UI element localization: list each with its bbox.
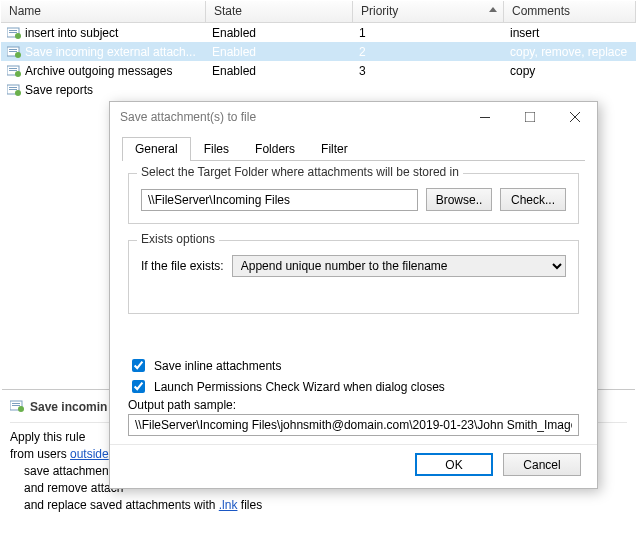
svg-point-11	[15, 71, 21, 77]
cell-comments	[504, 88, 636, 92]
tab-general-body: Select the Target Folder where attachmen…	[110, 161, 597, 444]
cell-priority: 1	[353, 24, 504, 42]
col-priority[interactable]: Priority	[353, 1, 504, 22]
table-row[interactable]: Save reports	[1, 80, 636, 99]
save-inline-checkbox[interactable]	[132, 359, 145, 372]
dialog-tabs: General Files Folders Filter	[122, 136, 585, 161]
browse-button[interactable]: Browse..	[426, 188, 492, 211]
cell-state: Enabled	[206, 43, 353, 61]
dialog-footer: OK Cancel	[110, 444, 597, 488]
cell-state: Enabled	[206, 62, 353, 80]
output-sample-field[interactable]	[128, 414, 579, 436]
rule-icon	[7, 27, 21, 39]
exists-label: If the file exists:	[141, 259, 224, 273]
tab-filter[interactable]: Filter	[308, 137, 361, 161]
target-folder-legend: Select the Target Folder where attachmen…	[137, 165, 463, 179]
cell-name: insert into subject	[1, 24, 206, 42]
svg-point-7	[15, 52, 21, 58]
sort-ascending-icon	[489, 7, 497, 12]
cancel-button[interactable]: Cancel	[503, 453, 581, 476]
maximize-button[interactable]	[507, 102, 552, 132]
cell-name: Save incoming external attach...	[1, 43, 206, 61]
check-button[interactable]: Check...	[500, 188, 566, 211]
minimize-button[interactable]	[462, 102, 507, 132]
table-body: insert into subjectEnabled1insertSave in…	[1, 23, 636, 99]
dialog-titlebar[interactable]: Save attachment(s) to file	[110, 102, 597, 132]
rule-icon	[7, 84, 21, 96]
cell-priority: 3	[353, 62, 504, 80]
tab-general[interactable]: General	[122, 137, 191, 161]
svg-rect-18	[12, 405, 20, 406]
svg-point-19	[18, 406, 24, 412]
svg-rect-9	[9, 68, 17, 69]
rules-table: Name State Priority Comments insert into…	[0, 0, 637, 100]
output-sample-label: Output path sample:	[128, 398, 579, 412]
cell-name: Archive outgoing messages	[1, 62, 206, 80]
exists-select[interactable]: Append unique number to the filename	[232, 255, 566, 277]
ok-button[interactable]: OK	[415, 453, 493, 476]
table-header: Name State Priority Comments	[1, 1, 636, 23]
exists-options-group: Exists options If the file exists: Appen…	[128, 240, 579, 314]
svg-point-15	[15, 90, 21, 96]
svg-rect-5	[9, 49, 17, 50]
svg-rect-20	[480, 117, 490, 118]
cell-comments: copy, remove, replace	[504, 43, 636, 61]
target-folder-group: Select the Target Folder where attachmen…	[128, 173, 579, 224]
launch-wizard-checkbox[interactable]	[132, 380, 145, 393]
col-priority-label: Priority	[361, 4, 398, 18]
cell-comments: copy	[504, 62, 636, 80]
launch-wizard-label: Launch Permissions Check Wizard when dia…	[154, 380, 445, 394]
rule-icon	[10, 400, 24, 412]
cell-priority: 2	[353, 43, 504, 61]
close-button[interactable]	[552, 102, 597, 132]
cell-state	[206, 88, 353, 92]
cell-comments: insert	[504, 24, 636, 42]
save-attachments-dialog: Save attachment(s) to file General Files…	[109, 101, 598, 489]
svg-rect-2	[9, 32, 17, 33]
svg-point-3	[15, 33, 21, 39]
col-comments[interactable]: Comments	[504, 1, 636, 22]
tab-folders[interactable]: Folders	[242, 137, 308, 161]
link-outside[interactable]: outside	[70, 447, 109, 461]
rule-icon	[7, 46, 21, 58]
save-inline-label: Save inline attachments	[154, 359, 281, 373]
svg-rect-10	[9, 70, 17, 71]
rule-description-title-text: Save incomin	[30, 400, 107, 414]
col-name[interactable]: Name	[1, 1, 206, 22]
rule-icon	[7, 65, 21, 77]
cell-name: Save reports	[1, 81, 206, 99]
col-state[interactable]: State	[206, 1, 353, 22]
table-row[interactable]: insert into subjectEnabled1insert	[1, 23, 636, 42]
svg-rect-21	[525, 112, 535, 122]
target-folder-input[interactable]	[141, 189, 418, 211]
table-row[interactable]: Save incoming external attach...Enabled2…	[1, 42, 636, 61]
svg-rect-13	[9, 87, 17, 88]
svg-rect-1	[9, 30, 17, 31]
dialog-title: Save attachment(s) to file	[120, 110, 256, 124]
tab-files[interactable]: Files	[191, 137, 242, 161]
cell-priority	[353, 88, 504, 92]
desc-line-5: and replace saved attachments with .lnk …	[10, 497, 627, 514]
exists-options-legend: Exists options	[137, 232, 219, 246]
svg-rect-14	[9, 89, 17, 90]
svg-rect-17	[12, 403, 20, 404]
table-row[interactable]: Archive outgoing messagesEnabled3copy	[1, 61, 636, 80]
cell-state: Enabled	[206, 24, 353, 42]
link-lnk[interactable]: .lnk	[219, 498, 238, 512]
svg-rect-6	[9, 51, 17, 52]
